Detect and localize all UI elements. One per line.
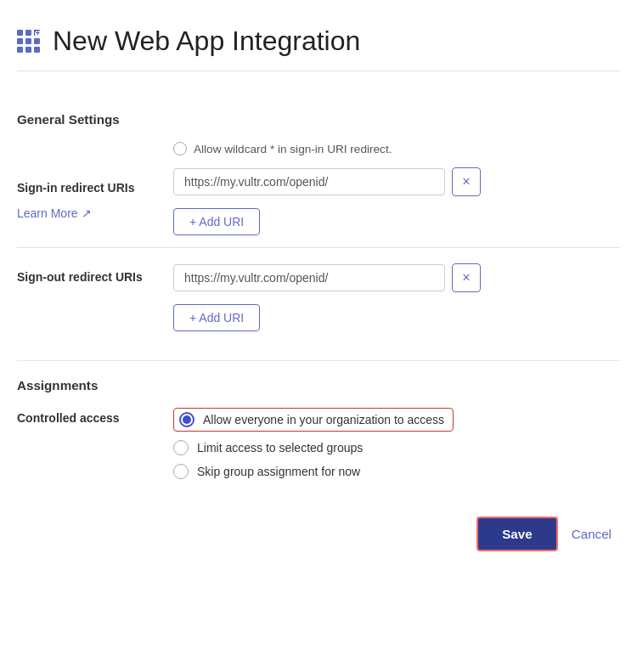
external-link-icon: ↗ <box>82 206 92 220</box>
footer-actions: Save Cancel <box>17 496 620 551</box>
sign-in-uri-row: × <box>173 167 620 196</box>
radio-text-2: Limit access to selected groups <box>197 441 363 455</box>
sign-in-uri-input[interactable] <box>173 168 445 195</box>
sign-in-add-uri-button[interactable]: + Add URI <box>173 208 260 235</box>
grid-plus-icon: + <box>17 30 41 54</box>
page-header: + New Web App Integration <box>17 25 620 71</box>
radio-button-3[interactable] <box>173 464 189 479</box>
sign-in-left-area: Sign-in redirect URIs Learn More ↗ <box>17 142 153 220</box>
radio-button-2[interactable] <box>173 440 189 455</box>
page-title: New Web App Integration <box>53 25 360 57</box>
general-settings-title: General Settings <box>17 112 620 127</box>
section-divider <box>17 247 620 248</box>
sign-out-controls: × + Add URI <box>173 263 620 331</box>
radio-option-2[interactable]: Limit access to selected groups <box>173 440 454 455</box>
sign-out-remove-button[interactable]: × <box>452 263 481 292</box>
sign-in-remove-button[interactable]: × <box>452 167 481 196</box>
controlled-access-label: Controlled access <box>17 408 153 425</box>
radio-text-1: Allow everyone in your organization to a… <box>203 413 444 426</box>
sign-out-redirect-label: Sign-out redirect URIs <box>17 263 153 284</box>
wildcard-checkbox[interactable] <box>173 142 187 155</box>
assignments-title: Assignments <box>17 378 620 392</box>
learn-more-link[interactable]: Learn More ↗ <box>17 206 92 220</box>
general-settings-section: General Settings Sign-in redirect URIs L… <box>17 95 620 361</box>
save-button[interactable]: Save <box>476 517 557 551</box>
assignments-section: Assignments Controlled access Allow ever… <box>17 361 620 496</box>
sign-in-redirect-field: Sign-in redirect URIs Learn More ↗ Allow… <box>17 142 620 235</box>
radio-button-1[interactable] <box>179 412 194 427</box>
radio-inner-1 <box>183 415 191 424</box>
radio-text-3: Skip group assignment for now <box>197 465 360 478</box>
wildcard-label: Allow wildcard * in sign-in URI redirect… <box>194 143 392 155</box>
radio-option-3[interactable]: Skip group assignment for now <box>173 464 454 479</box>
sign-in-redirect-label: Sign-in redirect URIs <box>17 176 153 195</box>
sign-out-redirect-field: Sign-out redirect URIs × + Add URI <box>17 263 620 331</box>
wildcard-checkbox-row: Allow wildcard * in sign-in URI redirect… <box>173 142 620 155</box>
controlled-access-row: Controlled access Allow everyone in your… <box>17 408 620 479</box>
cancel-button[interactable]: Cancel <box>572 527 612 541</box>
sign-out-add-uri-button[interactable]: + Add URI <box>173 304 260 331</box>
sign-out-uri-input[interactable] <box>173 264 445 291</box>
learn-more-text: Learn More <box>17 206 78 220</box>
radio-options-group: Allow everyone in your organization to a… <box>173 408 454 479</box>
sign-out-uri-row: × <box>173 263 620 292</box>
radio-option-1[interactable]: Allow everyone in your organization to a… <box>173 408 454 432</box>
sign-in-controls: Allow wildcard * in sign-in URI redirect… <box>173 142 620 235</box>
